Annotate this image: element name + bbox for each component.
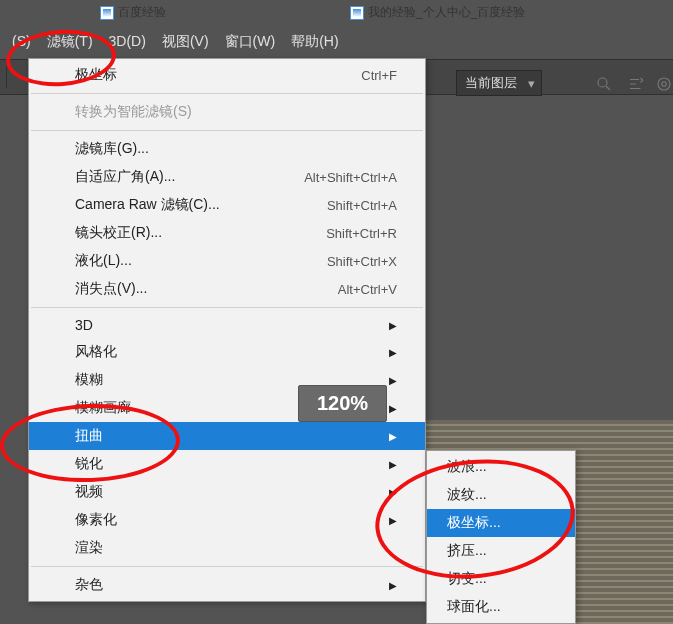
menu-vanishing-point[interactable]: 消失点(V)... Alt+Ctrl+V [29, 275, 425, 303]
menu-label: 镜头校正(R)... [75, 224, 162, 242]
menu-label: 3D [75, 317, 93, 333]
menu-label: 波浪... [447, 458, 487, 474]
menu-shortcut: Shift+Ctrl+A [327, 198, 397, 213]
menu-label: 切变... [447, 570, 487, 586]
menu-label: 消失点(V)... [75, 280, 147, 298]
menu-stylize[interactable]: 风格化 ▶ [29, 338, 425, 366]
menu-label: Camera Raw 滤镜(C)... [75, 196, 220, 214]
menu-label: 液化(L)... [75, 252, 132, 270]
menu-last-filter[interactable]: 极坐标 Ctrl+F [29, 61, 425, 89]
menu-shortcut: Shift+Ctrl+R [326, 226, 397, 241]
svg-point-3 [662, 82, 667, 87]
menu-shear[interactable]: 切变... [427, 565, 575, 593]
svg-point-0 [598, 78, 607, 87]
menu-label: 锐化 [75, 455, 103, 473]
chevron-right-icon: ▶ [389, 320, 397, 331]
menu-polar-coordinates[interactable]: 极坐标... [427, 509, 575, 537]
menu-video[interactable]: 视频 ▶ [29, 478, 425, 506]
menu-label: 风格化 [75, 343, 117, 361]
tab-item[interactable]: 我的经验_个人中心_百度经验 [350, 4, 525, 21]
menubar-item-help[interactable]: 帮助(H) [283, 31, 346, 53]
menu-label: 极坐标... [447, 514, 501, 530]
menu-label: 扭曲 [75, 427, 103, 445]
layer-scope-select[interactable]: 当前图层 [456, 70, 542, 96]
menu-label: 像素化 [75, 511, 117, 529]
menu-spherize[interactable]: 球面化... [427, 593, 575, 621]
chevron-right-icon: ▶ [389, 403, 397, 414]
menu-filter-gallery[interactable]: 滤镜库(G)... [29, 135, 425, 163]
menu-label: 极坐标 [75, 66, 117, 84]
search-icon[interactable] [590, 70, 618, 98]
menubar-item-select[interactable]: (S) [4, 31, 39, 53]
browser-tabs: 百度经验 我的经验_个人中心_百度经验 [0, 0, 673, 25]
menu-label: 球面化... [447, 598, 501, 614]
filter-menu: 极坐标 Ctrl+F 转换为智能滤镜(S) 滤镜库(G)... 自适应广角(A)… [28, 58, 426, 602]
separator [6, 66, 7, 88]
menu-render[interactable]: 渲染 [29, 534, 425, 562]
menu-shortcut: Alt+Ctrl+V [338, 282, 397, 297]
menu-sharpen[interactable]: 锐化 ▶ [29, 450, 425, 478]
tab-label: 我的经验_个人中心_百度经验 [368, 4, 525, 21]
menu-label: 模糊 [75, 371, 103, 389]
menu-wave[interactable]: 波浪... [427, 453, 575, 481]
chevron-right-icon: ▶ [389, 347, 397, 358]
menu-shortcut: Ctrl+F [361, 68, 397, 83]
menu-label: 自适应广角(A)... [75, 168, 175, 186]
menu-label: 挤压... [447, 542, 487, 558]
separator [31, 566, 423, 567]
options-icon[interactable] [622, 70, 650, 98]
menu-shortcut: Alt+Shift+Ctrl+A [304, 170, 397, 185]
zoom-badge: 120% [298, 385, 387, 422]
separator [31, 93, 423, 94]
ring-icon[interactable] [650, 70, 673, 98]
distort-submenu: 波浪... 波纹... 极坐标... 挤压... 切变... 球面化... [426, 450, 576, 624]
menu-pixelate[interactable]: 像素化 ▶ [29, 506, 425, 534]
menu-shortcut: Shift+Ctrl+X [327, 254, 397, 269]
chevron-right-icon: ▶ [389, 487, 397, 498]
page-icon [100, 6, 114, 20]
tab-item[interactable]: 百度经验 [100, 4, 166, 21]
menu-label: 模糊画廊 [75, 399, 131, 417]
chevron-right-icon: ▶ [389, 515, 397, 526]
chevron-right-icon: ▶ [389, 431, 397, 442]
separator [31, 130, 423, 131]
menu-adaptive-wide-angle[interactable]: 自适应广角(A)... Alt+Shift+Ctrl+A [29, 163, 425, 191]
menubar-item-3d[interactable]: 3D(D) [101, 31, 154, 53]
menubar-item-filter[interactable]: 滤镜(T) [39, 31, 101, 53]
menu-label: 杂色 [75, 576, 103, 594]
menubar-item-view[interactable]: 视图(V) [154, 31, 217, 53]
svg-point-2 [658, 78, 670, 90]
chevron-right-icon: ▶ [389, 459, 397, 470]
separator [31, 307, 423, 308]
menubar: (S) 滤镜(T) 3D(D) 视图(V) 窗口(W) 帮助(H) [0, 25, 673, 59]
tab-label: 百度经验 [118, 4, 166, 21]
chevron-right-icon: ▶ [389, 375, 397, 386]
menu-label: 转换为智能滤镜(S) [75, 103, 192, 121]
menu-noise[interactable]: 杂色 ▶ [29, 571, 425, 599]
menu-distort[interactable]: 扭曲 ▶ [29, 422, 425, 450]
menu-label: 视频 [75, 483, 103, 501]
svg-line-1 [606, 86, 610, 90]
menu-3d[interactable]: 3D ▶ [29, 312, 425, 338]
page-icon [350, 6, 364, 20]
menu-camera-raw[interactable]: Camera Raw 滤镜(C)... Shift+Ctrl+A [29, 191, 425, 219]
layer-scope-label: 当前图层 [465, 74, 517, 92]
menu-convert-smart[interactable]: 转换为智能滤镜(S) [29, 98, 425, 126]
menu-label: 波纹... [447, 486, 487, 502]
menu-liquify[interactable]: 液化(L)... Shift+Ctrl+X [29, 247, 425, 275]
menubar-item-window[interactable]: 窗口(W) [217, 31, 284, 53]
menu-lens-correction[interactable]: 镜头校正(R)... Shift+Ctrl+R [29, 219, 425, 247]
menu-pinch[interactable]: 挤压... [427, 537, 575, 565]
menu-label: 滤镜库(G)... [75, 140, 149, 158]
chevron-right-icon: ▶ [389, 580, 397, 591]
menu-label: 渲染 [75, 539, 103, 557]
menu-ripple[interactable]: 波纹... [427, 481, 575, 509]
